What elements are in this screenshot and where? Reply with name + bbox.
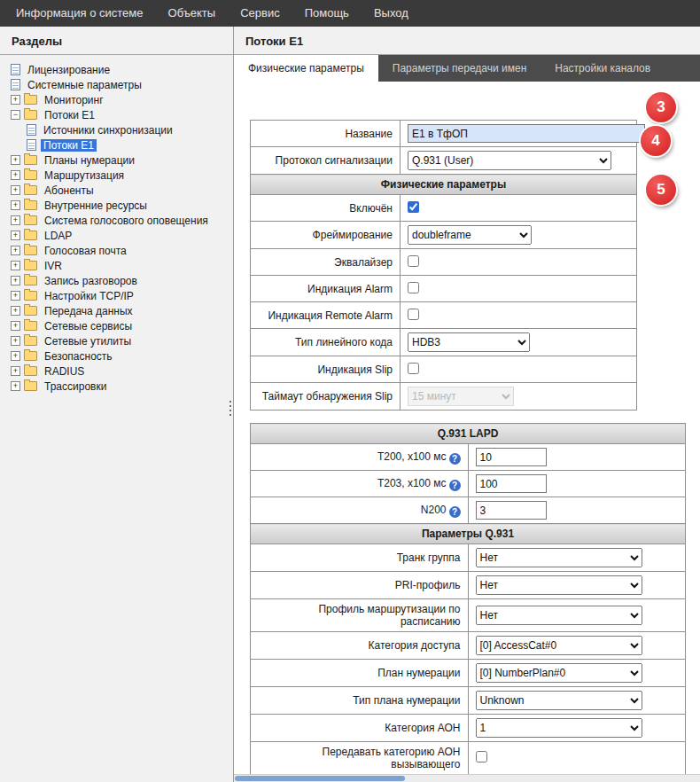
horizontal-scrollbar[interactable] [234,774,700,782]
pri-profile-select[interactable]: Нет [476,575,642,595]
access-category-select[interactable]: [0] AccessCat#0 [476,636,642,655]
field-label-schedule-routing-profile: Профиль маршрутизации по расписанию [251,599,469,632]
menu-objects[interactable]: Объекты [156,0,229,27]
collapse-icon[interactable]: − [11,110,20,120]
sidebar-item-traces[interactable]: +Трассировки [4,379,229,394]
framing-select[interactable]: doubleframe [408,225,532,245]
field-label-stream-name: Название [251,121,401,147]
sidebar-item-system-parameters[interactable]: Системные параметры [4,77,229,92]
menu-service[interactable]: Сервис [228,0,292,27]
sidebar-item-label: Внутренние ресурсы [42,199,150,212]
sidebar-item-voicemail[interactable]: +Голосовая почта [4,243,229,258]
sidebar-item-monitoring[interactable]: +Мониторинг [4,92,229,107]
numbering-plan-select[interactable]: [0] NumberPlan#0 [476,663,642,683]
expand-icon[interactable]: + [11,276,20,285]
sidebar-item-label: Потоки E1 [42,109,97,121]
expand-icon[interactable]: + [11,291,20,301]
expand-icon[interactable]: + [11,261,20,270]
sidebar-item-tcpip-settings[interactable]: +Настройки TCP/IP [4,288,229,303]
expand-icon[interactable]: + [11,351,20,361]
field-label-t203: T203, x100 мс? [251,471,469,497]
expand-icon[interactable]: + [11,366,20,376]
expand-icon[interactable]: + [11,215,20,225]
expand-icon[interactable]: + [11,246,20,255]
sidebar-item-security[interactable]: +Безопасность [4,348,229,364]
sidebar-item-licensing[interactable]: Лицензирование [4,62,229,77]
sidebar-item-ldap[interactable]: +LDAP [4,228,229,243]
sidebar: Разделы ЛицензированиеСистемные параметр… [0,27,234,782]
field-label-send-caller-aon-category: Передавать категорию АОН вызывающего [251,742,469,775]
field-label-slip-detection-timeout: Таймаут обнаружения Slip [251,383,401,411]
sidebar-item-network-services[interactable]: +Сетевые сервисы [4,318,229,333]
splitter-handle[interactable] [227,401,234,416]
expand-icon[interactable]: + [11,321,20,331]
expand-icon[interactable]: + [11,95,20,105]
remote-alarm-indication-checkbox[interactable] [408,309,419,320]
sidebar-item-label: IVR [42,260,65,272]
tab-physical-parameters[interactable]: Физические параметры [234,55,378,82]
slip-indication-checkbox[interactable] [408,363,419,374]
annotation-badge-3: 3 [646,92,676,122]
enabled-checkbox[interactable] [408,201,419,213]
sidebar-item-data-transfer[interactable]: +Передача данных [4,303,229,318]
field-label-signaling-protocol: Протокол сигнализации [251,147,401,175]
t203-input[interactable] [476,474,547,493]
page-title: Потоки E1 [234,27,700,55]
expand-icon[interactable]: + [11,306,20,316]
sidebar-item-sync-sources[interactable]: Источники синхронизации [4,122,229,137]
folder-icon [24,155,37,165]
field-label-pri-profile: PRI-профиль [251,572,469,599]
t200-input[interactable] [476,448,547,466]
sidebar-item-ivr[interactable]: +IVR [4,258,229,273]
help-icon[interactable]: ? [449,506,461,518]
slip-detection-timeout-select[interactable]: 15 минут [408,387,514,406]
menu-exit[interactable]: Выход [362,0,421,27]
numbering-plan-type-select[interactable]: Unknown [476,691,642,710]
menubar: Информация о системеОбъектыСервисПомощьВ… [0,0,700,27]
expand-icon[interactable]: + [11,155,20,165]
tab-channel-settings[interactable]: Настройки каналов [541,55,665,82]
expand-icon[interactable]: + [11,200,20,210]
expand-icon[interactable]: + [11,170,20,180]
trunk-group-select[interactable]: Нет [476,548,642,567]
menu-help[interactable]: Помощь [292,0,362,27]
folder-icon [24,231,37,240]
sidebar-item-internal-resources[interactable]: +Внутренние ресурсы [4,198,229,213]
help-icon[interactable]: ? [449,453,461,465]
stream-name-input[interactable] [408,124,645,143]
alarm-indication-checkbox[interactable] [408,282,419,293]
folder-icon [24,185,37,195]
tab-name-transfer-parameters[interactable]: Параметры передачи имен [378,55,541,82]
sidebar-item-e1-streams[interactable]: Потоки E1 [4,137,229,152]
equalizer-checkbox[interactable] [408,255,419,267]
schedule-routing-profile-select[interactable]: Нет [476,606,642,625]
folder-icon [24,381,37,391]
sidebar-item-label: LDAP [42,230,74,242]
sidebar-item-call-recording[interactable]: +Запись разговоров [4,273,229,288]
signaling-protocol-select[interactable]: Q.931 (User) [408,151,611,170]
sidebar-item-subscribers[interactable]: +Абоненты [4,183,229,198]
folder-icon [24,291,37,301]
sidebar-item-e1-streams-folder[interactable]: −Потоки E1 [4,107,229,122]
sidebar-item-numbering-plans[interactable]: +Планы нумерации [4,152,229,168]
n200-input[interactable] [476,501,547,520]
expand-icon[interactable]: + [11,231,20,240]
expand-icon[interactable]: + [11,381,20,391]
sidebar-item-label: Запись разговоров [42,275,140,287]
field-label-slip-indication: Индикация Slip [251,356,401,383]
folder-icon [24,215,37,225]
sidebar-item-voice-notification-system[interactable]: +Система голосового оповещения [4,213,229,228]
expand-icon[interactable]: + [11,185,20,195]
horizontal-scrollbar-thumb[interactable] [235,776,405,781]
sidebar-item-label: Система голосового оповещения [42,215,211,227]
aon-category-select[interactable]: 1 [476,718,642,738]
menu-system-info[interactable]: Информация о системе [4,0,156,27]
send-caller-aon-category-checkbox[interactable] [476,751,487,762]
help-icon[interactable]: ? [449,480,461,491]
sidebar-item-radius[interactable]: +RADIUS [4,364,229,379]
expand-icon[interactable]: + [11,336,20,346]
sidebar-item-routing[interactable]: +Маршрутизация [4,168,229,183]
sidebar-item-label: Передача данных [42,305,136,317]
sidebar-item-network-utilities[interactable]: +Сетевые утилиты [4,333,229,348]
line-code-type-select[interactable]: HDB3 [408,332,530,352]
